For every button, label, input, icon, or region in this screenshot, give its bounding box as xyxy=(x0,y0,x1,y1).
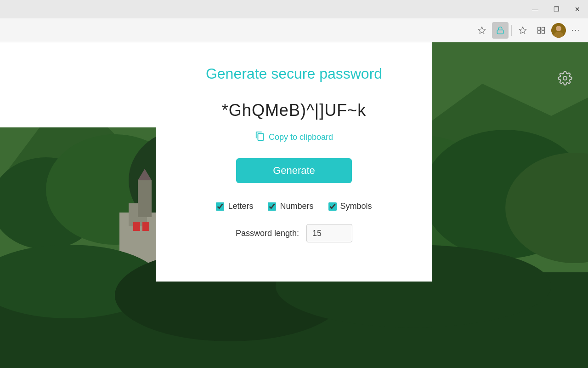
user-avatar[interactable] xyxy=(551,23,566,38)
svg-rect-5 xyxy=(538,30,541,33)
svg-rect-3 xyxy=(538,27,541,30)
svg-rect-6 xyxy=(542,30,545,33)
lock-icon[interactable] xyxy=(492,22,509,39)
more-options-icon[interactable]: ··· xyxy=(568,22,584,39)
options-checkboxes: Letters Numbers Symbols xyxy=(216,201,372,211)
generated-password-display: *GhQMeB)^|]UF~k xyxy=(222,101,366,120)
password-length-label: Password length: xyxy=(236,229,299,238)
svg-rect-21 xyxy=(142,222,149,231)
numbers-checkbox[interactable] xyxy=(268,202,276,211)
minimize-button[interactable]: — xyxy=(525,0,546,18)
maximize-button[interactable]: ❐ xyxy=(546,0,567,18)
panel-title: Generate secure password xyxy=(206,65,382,82)
svg-marker-2 xyxy=(520,27,526,33)
symbols-checkbox-label[interactable]: Symbols xyxy=(328,201,372,211)
password-length-input[interactable] xyxy=(306,224,352,242)
close-button[interactable]: ✕ xyxy=(567,0,588,18)
copy-label: Copy to clipboard xyxy=(269,132,333,142)
svg-rect-1 xyxy=(497,30,503,34)
letters-checkbox[interactable] xyxy=(216,202,224,211)
reading-list-icon[interactable] xyxy=(514,22,531,39)
password-length-row: Password length: xyxy=(236,224,352,242)
symbols-label: Symbols xyxy=(340,201,372,211)
titlebar: — ❐ ✕ xyxy=(0,0,588,18)
numbers-checkbox-label[interactable]: Numbers xyxy=(268,201,313,211)
svg-rect-20 xyxy=(133,222,140,231)
favorite-icon[interactable] xyxy=(474,22,490,39)
letters-checkbox-label[interactable]: Letters xyxy=(216,201,253,211)
password-generator-panel: Generate secure password *GhQMeB)^|]UF~k… xyxy=(156,42,432,282)
svg-point-8 xyxy=(556,26,561,31)
copy-icon xyxy=(255,131,265,144)
avatar-image xyxy=(551,23,566,38)
settings-gear-icon[interactable] xyxy=(556,69,574,87)
svg-rect-4 xyxy=(542,27,545,30)
generate-button[interactable]: Generate xyxy=(236,158,352,183)
letters-label: Letters xyxy=(228,201,253,211)
collections-icon[interactable] xyxy=(533,22,549,39)
svg-point-31 xyxy=(563,76,567,80)
toolbar-divider xyxy=(511,25,512,36)
numbers-label: Numbers xyxy=(280,201,313,211)
svg-marker-0 xyxy=(479,27,486,33)
copy-to-clipboard-button[interactable]: Copy to clipboard xyxy=(255,131,333,144)
browser-toolbar: ··· xyxy=(0,18,588,42)
svg-rect-18 xyxy=(138,180,152,217)
symbols-checkbox[interactable] xyxy=(328,202,337,211)
